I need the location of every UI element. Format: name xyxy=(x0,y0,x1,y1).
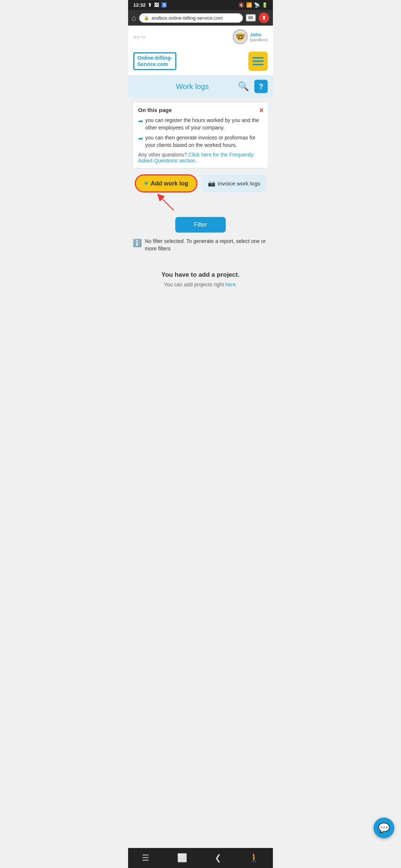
no-filter-notice: ℹ️ No filter selected. To generate a rep… xyxy=(133,238,268,252)
info-box-title: On this page xyxy=(138,107,263,113)
logo-menu-row: Online-billing- Service.com xyxy=(128,48,273,75)
add-work-log-button[interactable]: + Add work log xyxy=(135,174,198,193)
notice-icon: ℹ️ xyxy=(133,238,142,248)
camera-icon: 📷 xyxy=(208,180,215,187)
arrow-annotation xyxy=(133,193,268,216)
red-arrow-svg xyxy=(155,193,177,212)
invoice-work-logs-button[interactable]: 📷 Invoice work logs xyxy=(202,174,266,193)
upload-icon: ⬆ xyxy=(148,2,152,8)
info-item-1: ➡ you can register the hours worked by y… xyxy=(138,117,263,131)
status-bar: 12:32 ⬆ 🖼 ♿ 🔇 📶 📡 🔋 xyxy=(128,0,273,10)
upload-button[interactable]: ⬆ xyxy=(259,13,269,23)
user-name: John xyxy=(250,32,268,37)
arrow-icon-1: ➡ xyxy=(138,117,143,131)
add-work-log-label: Add work log xyxy=(151,180,188,187)
status-right: 🔇 📶 📡 🔋 xyxy=(238,2,268,8)
here-link[interactable]: here xyxy=(225,282,236,287)
url-text: andbox.online-billing-service.com xyxy=(151,15,223,21)
info-box: On this page × ➡ you can register the ho… xyxy=(133,102,268,168)
accessibility-icon: ♿ xyxy=(161,2,167,8)
app-header: app by 🤓 John [sandbox] xyxy=(128,26,273,48)
close-button[interactable]: × xyxy=(259,106,264,115)
info-item-2: ➡ you can then generate invoices or prof… xyxy=(138,134,263,149)
invoice-work-logs-label: Invoice work logs xyxy=(218,180,260,187)
info-text-2: you can then generate invoices or profor… xyxy=(145,134,263,149)
menu-button[interactable] xyxy=(248,52,268,71)
search-icon[interactable]: 🔍 xyxy=(238,81,249,92)
time-display: 12:32 xyxy=(133,2,146,8)
menu-line-3 xyxy=(252,64,264,65)
tab-count-badge[interactable]: 66 xyxy=(246,14,256,22)
empty-state: You have to add a project. You can add p… xyxy=(133,260,268,299)
avatar: 🤓 xyxy=(233,29,248,44)
app-by-label: app by xyxy=(133,34,146,39)
page-title: Work logs xyxy=(147,82,238,91)
user-sandbox: [sandbox] xyxy=(250,37,268,42)
home-button[interactable]: ⌂ xyxy=(132,14,136,22)
main-content: On this page × ➡ you can register the ho… xyxy=(128,98,273,303)
signal-icon: 📡 xyxy=(254,2,260,8)
battery-icon: 🔋 xyxy=(262,2,268,8)
help-button[interactable]: ? xyxy=(254,80,268,93)
plus-icon: + xyxy=(144,179,149,188)
arrow-icon-2: ➡ xyxy=(138,135,143,149)
browser-bar: ⌂ 🔒 andbox.online-billing-service.com 66… xyxy=(128,10,273,26)
mute-icon: 🔇 xyxy=(238,2,244,8)
status-left: 12:32 ⬆ 🖼 ♿ xyxy=(133,2,167,8)
page-title-bar: Work logs 🔍 ? xyxy=(128,75,273,98)
menu-line-1 xyxy=(252,57,264,59)
filter-button[interactable]: Filter xyxy=(175,217,226,233)
logo: Online-billing- Service.com xyxy=(133,52,176,70)
menu-line-2 xyxy=(252,60,264,62)
svg-line-1 xyxy=(160,197,174,211)
faq-text: Any other questions? Click here for the … xyxy=(138,152,263,164)
image-icon: 🖼 xyxy=(154,2,159,8)
info-text-1: you can register the hours worked by you… xyxy=(145,117,263,131)
user-info[interactable]: 🤓 John [sandbox] xyxy=(233,29,268,44)
action-buttons: + Add work log 📷 Invoice work logs xyxy=(133,174,268,193)
empty-state-text: You can add projects right here. xyxy=(140,282,261,287)
no-filter-text: No filter selected. To generate a report… xyxy=(145,238,268,252)
logo-text: Online-billing- Service.com xyxy=(137,55,172,68)
lock-icon: 🔒 xyxy=(144,15,149,20)
filter-row: Filter xyxy=(133,217,268,233)
wifi-icon: 📶 xyxy=(246,2,252,8)
url-bar[interactable]: 🔒 andbox.online-billing-service.com xyxy=(139,13,243,23)
empty-state-title: You have to add a project. xyxy=(140,271,261,279)
